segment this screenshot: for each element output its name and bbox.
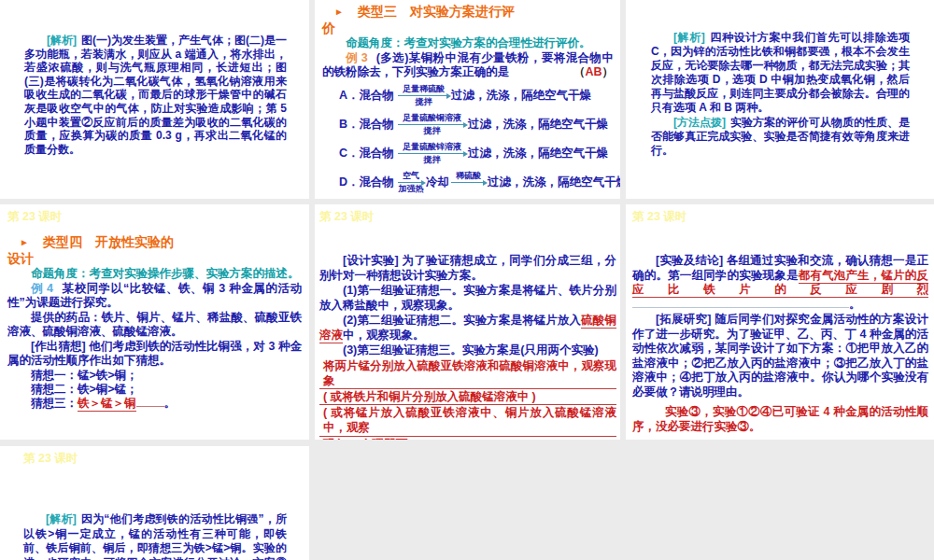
conclusion-period: 。 [849,298,861,311]
answer-line-4: 现象 )( 合理即可 )。 [319,437,616,440]
example3-label: 例 3 [346,51,368,64]
lesson-header: 第 23 课时 [7,210,302,224]
slide-thumb-type4-question[interactable]: 第 23 课时 ►类型四 开放性实验的设计 命题角度：考查对实验操作步骤、实验方… [0,204,309,440]
answer-blank-line [136,399,164,407]
option-b-post: 过滤，洗涤，隔绝空气干燥 [468,117,608,133]
lesson-header: 第 23 课时 [23,452,287,466]
option-d: D．混合物 空气加强热 冷却 稀硫酸 过滤，洗涤，隔绝空气干燥 [322,169,614,196]
option-d-mid: 冷却 [426,175,449,190]
example4-stem: 例 4某校同学以“比较锰、铁、铜 3 种金属的活动性”为课题进行探究。 [7,282,302,311]
slide-thumb-conclusion-extension[interactable]: 第 23 课时 [实验及结论] 各组通过实验和交流，确认猜想一是正确的。第一组同… [626,204,934,440]
conclusion-paragraph: [实验及结论] 各组通过实验和交流，确认猜想一是正确的。第一组同学的实验现象是都… [632,254,928,312]
analysis-label: [解析] [47,34,77,47]
method-tip-label: [方法点拨] [673,116,726,129]
option-c-pre: C．混合物 [339,146,394,161]
design-label: [设计实验] [343,254,399,267]
guess-label: [作出猜想] [31,340,86,353]
arrow-bottom-label: 搅拌 [424,154,441,165]
answer-line-2: ( 或将铁片和铜片分别放入硫酸锰溶液中 ) [319,389,616,405]
guess-3-answer: 铁＞锰＞铜 [78,397,136,412]
step-2-post: 中，观察现象。 [343,329,425,342]
option-a-pre: A．混合物 [339,88,394,104]
type3-angle: 命题角度：考查对实验方案的合理性进行评价。 [322,36,614,51]
slide-thumb-type3-question[interactable]: ►类型三 对实验方案进行评价 命题角度：考查对实验方案的合理性进行评价。 例 3… [315,0,620,199]
guess-2: 猜想二：铁>铜>锰； [7,383,302,397]
slide-thumb-type3-analysis[interactable]: [解析]四种设计方案中我们首先可以排除选项C，因为锌的活动性比铁和铜都要强，根本… [626,0,934,199]
slide-thumb-design-experiment[interactable]: 第 23 课时 [设计实验] 为了验证猜想成立，同学们分成三组，分别针对一种猜想… [315,204,620,440]
type3-title: ►类型三 对实验方案进行评价 [322,4,522,35]
reagents-paragraph: 提供的药品：铁片、铜片、锰片、稀盐酸、硫酸亚铁溶液、硫酸铜溶液、硫酸锰溶液。 [7,311,302,340]
arrow-top-label: 稀硫酸 [451,171,486,183]
extension-answer: 实验③，实验①②④已可验证 4 种金属的活动性顺序，没必要进行实验③。 [632,405,928,434]
slide-thumb-analysis-gas[interactable]: [解析]图(一)为发生装置，产生气体；图(二)是一多功能瓶，若装满水，则应从 a… [0,0,309,199]
lesson-header: 第 23 课时 [319,210,616,224]
triangle-bullet-icon: ► [20,237,29,247]
step-2-pre: (2)第二组验证猜想二。实验方案是将锰片放入 [343,314,581,327]
example3-stem: 例 3(多选)某铜粉中混有少量铁粉，要将混合物中的铁粉除去，下列实验方案正确的是… [322,51,614,80]
triangle-bullet-icon: ► [334,7,344,17]
type4-title: ►类型四 开放性实验的设计 [7,234,183,266]
reaction-arrow: 稀硫酸 [451,171,486,194]
type4-title-text: 类型四 开放性实验的设计 [7,234,174,266]
type3-title-text: 类型三 对实验方案进行评价 [322,4,515,35]
guess-3-period: 。 [164,397,177,410]
option-b: B．混合物 足量硫酸铜溶液搅拌 过滤，洗涤，隔绝空气干燥 [322,111,614,138]
option-b-pre: B．混合物 [339,117,394,133]
step-1: (1)第一组验证猜想一。实验方案是将锰片、铁片分别放入稀盐酸中，观察现象。 [319,284,616,313]
extension-paragraph: [拓展研究] 随后同学们对探究金属活动性的方案设计作了进一步研究。为了验证甲、乙… [632,313,928,399]
analysis-paragraph: [解析]图(一)为发生装置，产生气体；图(二)是一多功能瓶，若装满水，则应从 a… [24,34,287,156]
option-d-pre: D．混合物 [339,175,394,190]
answer-badge: （AB） [573,65,614,80]
analysis-paragraph: [解析]因为“他们考虑到铁的活动性比铜强”，所以铁>铜一定成立，锰的活动性有三种… [23,512,287,560]
arrow-bottom-label: 搅拌 [424,125,441,136]
arrow-top-label: 足量硫酸铜溶液 [398,113,466,125]
analysis-label: [解析] [673,31,705,44]
answer-paren-open: （ [573,65,586,78]
answer-line-4-text: 现象 )( 合理即可 ) [319,437,605,440]
design-paragraph: [设计实验] 为了验证猜想成立，同学们分成三组，分别针对一种猜想设计实验方案。 [319,254,616,283]
reaction-arrow: 足量硫酸锌溶液搅拌 [398,142,466,165]
reaction-arrow: 空气加强热 [398,171,424,194]
analysis-text: 图(一)为发生装置，产生气体；图(二)是一多功能瓶，若装满水，则应从 a 端通入… [24,34,287,156]
answer-blank-line [632,299,849,308]
guess-paragraph: [作出猜想] 他们考虑到铁的活动性比铜强，对 3 种金属的活动性顺序作出如下猜想… [7,340,302,369]
example4-label: 例 4 [31,282,53,295]
reaction-arrow: 足量硫酸铜溶液搅拌 [398,113,466,136]
arrow-bottom-label: 搅拌 [416,96,432,107]
answer-letters: AB [585,65,601,78]
slide-sorter-grid: [解析]图(一)为发生装置，产生气体；图(二)是一多功能瓶，若装满水，则应从 a… [0,0,934,560]
guess-3-pre: 猜想三： [31,397,78,410]
step-3: (3)第三组验证猜想三。实验方案是(只用两个实验) [319,343,616,358]
answer-line-1: 将两片锰分别放入硫酸亚铁溶液和硫酸铜溶液中，观察现象 [319,358,616,389]
analysis-label: [解析] [46,512,77,525]
option-c: C．混合物 足量硫酸锌溶液搅拌 过滤，洗涤，隔绝空气干燥 [322,140,614,167]
arrow-bottom-label: 加强热 [399,183,424,194]
arrow-top-label: 空气 [398,171,424,183]
extension-label: [拓展研究] [656,313,711,326]
option-c-post: 过滤，洗涤，隔绝空气干燥 [468,146,608,161]
analysis-paragraph: [解析]四种设计方案中我们首先可以排除选项C，因为锌的活动性比铁和铜都要强，根本… [651,31,910,115]
step-2: (2)第二组验证猜想二。实验方案是将锰片放入硫酸铜溶液中，观察现象。 [319,314,616,343]
answer-line-3: ( 或将锰片放入硫酸亚铁溶液中、铜片放入硫酸锰溶液中，观察 [319,405,616,436]
type4-angle: 命题角度：考查对实验操作步骤、实验方案的描述。 [7,267,302,282]
guess-3: 猜想三：铁＞锰＞铜。 [7,397,302,411]
lesson-header: 第 23 课时 [632,210,928,224]
method-tip-paragraph: [方法点拨]实验方案的评价可从物质的性质、是否能够真正完成实验、实验是否简捷有效… [651,116,910,158]
arrow-top-label: 足量硫酸锌溶液 [398,142,466,154]
option-d-post: 过滤，洗涤，隔绝空气干燥 [488,175,620,190]
conclusion-label: [实验及结论] [656,254,723,267]
slide-thumb-type4-analysis[interactable]: 第 23 课时 [解析]因为“他们考虑到铁的活动性比铜强”，所以铁>铜一定成立，… [0,446,309,560]
answer-paren-close: ） [602,65,615,78]
option-a: A．混合物 足量稀硫酸搅拌 过滤，洗涤，隔绝空气干燥 [322,82,614,109]
answer-period: 。 [605,438,617,440]
option-a-post: 过滤，洗涤，隔绝空气干燥 [451,88,591,104]
reaction-arrow: 足量稀硫酸搅拌 [398,84,449,107]
guess-1: 猜想一：锰>铁>铜； [7,369,302,383]
arrow-top-label: 足量稀硫酸 [398,84,449,96]
